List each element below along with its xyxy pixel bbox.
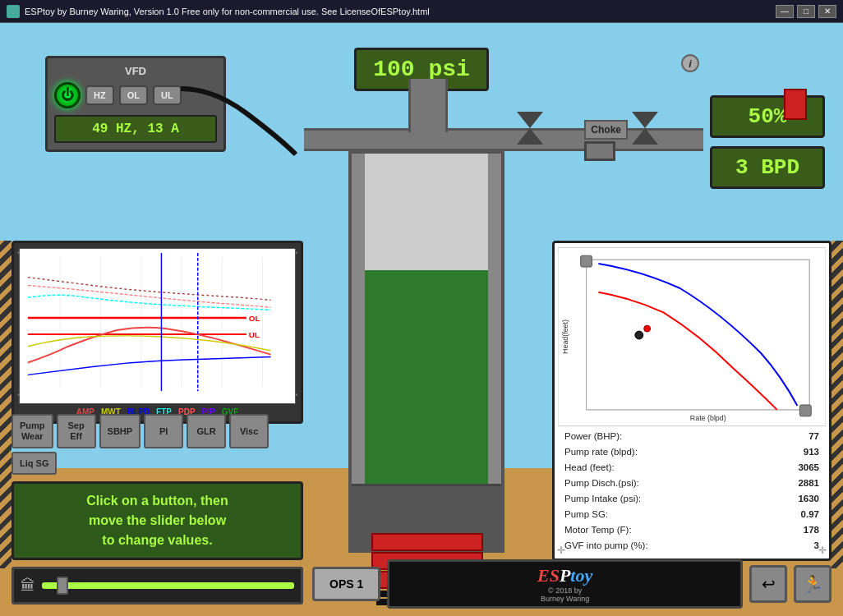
vfd-power-button[interactable]: ⏻ [54,82,81,108]
motor-temp-row: Motor Temp (F): 178 [564,522,819,538]
valve-right [632,112,658,145]
svg-rect-24 [799,405,811,416]
window-controls[interactable]: — □ ✕ [776,5,836,18]
pump-rate-row: Pump rate (blpd): 913 [564,444,819,460]
main-simulation-area: VFD ⏻ HZ OL UL 49 HZ, 13 A 100 psi i 50%… [0,23,843,616]
vfd-ol-button[interactable]: OL [119,85,148,105]
choke-label[interactable]: Choke [584,120,628,140]
close-button[interactable]: ✕ [818,5,836,18]
motor-temp-label: Motor Temp (F): [564,522,632,538]
svg-text:OL: OL [249,314,260,323]
run-button[interactable]: 🏃 [794,565,831,603]
gvf-row: GVF into pump (%): 3 [564,538,819,554]
corner-plus-br-r: ✛ [818,545,827,556]
vertical-pipe-center [408,79,448,132]
performance-graph: OL UL [19,248,296,404]
logo-subtitle: © 2018 by Burney Waring [398,586,732,603]
vfd-display: 49 HZ, 13 A [54,115,217,143]
motor-temp-value: 178 [804,522,819,538]
slider-thumb[interactable] [57,577,68,595]
head-row: Head (feet): 3065 [564,460,819,476]
slider-area: 🏛 [12,567,303,605]
info-icon[interactable]: i [681,54,699,72]
info-message-box: Click on a button, then move the slider … [12,481,303,560]
titlebar-left: ESPtoy by Burney Waring, Version 1.0 Fre… [7,5,430,18]
app-icon [7,5,20,18]
ops-button[interactable]: OPS 1 [312,567,380,601]
bottom-toolbar: OPS 1 ESPtoy © 2018 by Burney Waring ↩ 🏃 [312,563,831,605]
pump-sg-label: Pump SG: [564,507,608,522]
titlebar: ESPtoy by Burney Waring, Version 1.0 Fre… [0,0,843,23]
vfd-title: VFD [54,65,217,77]
svg-rect-16 [587,260,810,410]
well-casing [348,150,504,553]
pump-rate-label: Pump rate (blpd): [564,444,638,460]
well-outer [348,150,504,553]
maximize-button[interactable]: □ [797,5,815,18]
corner-plus-bl-r: ✛ [557,545,565,556]
info-text: Click on a button, then move the slider … [86,491,228,550]
main-slider[interactable] [42,582,294,589]
right-graph-panel: ✛ ✛ ✛ ✛ Head(feet) Rate (blpd) [552,241,831,561]
logo-es: ES [537,565,560,586]
pump-intake-row: Pump Intake (psi): 1630 [564,491,819,507]
pump-intake-label: Pump Intake (psi): [564,491,641,507]
valve-left [517,112,543,145]
titlebar-title: ESPtoy by Burney Waring, Version 1.0 Fre… [25,7,430,16]
vfd-controls: ⏻ HZ OL UL [54,82,217,108]
simulation-buttons: Pump Wear Sep Eff SBHP PI GLR Visc Liq S… [12,414,307,475]
pump-performance-chart: Head(feet) Rate (blpd) [558,246,826,427]
pump-disch-value: 2881 [798,476,819,491]
visc-button[interactable]: Visc [229,414,269,448]
choke-body [584,141,615,161]
pump-intake-value: 1630 [798,491,819,507]
right-stripe [831,241,843,568]
sbhp-button[interactable]: SBHP [99,414,141,448]
liq-sg-button[interactable]: Liq SG [12,452,57,475]
svg-text:UL: UL [249,330,260,339]
slider-icon: 🏛 [21,577,35,595]
sep-eff-button[interactable]: Sep Eff [57,414,96,448]
logo-p: P [560,565,570,586]
power-label: Power (BHP): [564,429,622,444]
gvf-label: GVF into pump (%): [564,538,648,554]
svg-text:Rate (blpd): Rate (blpd) [690,414,726,422]
percent-display: 50% [710,95,825,138]
head-label: Head (feet): [564,460,615,476]
vfd-hz-button[interactable]: HZ [85,85,114,105]
svg-rect-0 [20,249,295,403]
pi-button[interactable]: PI [144,414,183,448]
power-icon: ⏻ [61,88,74,103]
performance-data: Power (BHP): 77 Pump rate (blpd): 913 He… [558,427,826,555]
fluid-column [365,270,488,484]
power-value: 77 [808,429,819,444]
pump-disch-label: Pump Disch.(psi): [564,476,639,491]
motor-section-1 [371,533,483,551]
pump-disch-row: Pump Disch.(psi): 2881 [564,476,819,491]
minimize-button[interactable]: — [776,5,794,18]
left-stripe [0,241,12,568]
left-graph-panel: ✛ ✛ ✛ ✛ [12,241,303,424]
power-row: Power (BHP): 77 [564,429,819,444]
head-value: 3065 [798,460,819,476]
glr-button[interactable]: GLR [187,414,226,448]
logo-toy: toy [570,565,592,586]
bpd-display: 3 BPD [710,146,825,189]
undo-button[interactable]: ↩ [749,565,787,603]
pump-wear-button[interactable]: Pump Wear [12,414,53,448]
svg-text:Head(feet): Head(feet) [561,319,569,354]
pump-rate-value: 913 [804,444,819,460]
svg-point-21 [635,331,643,339]
vfd-ul-button[interactable]: UL [153,85,182,105]
logo-area: ESPtoy © 2018 by Burney Waring [387,559,743,609]
pump-sg-value: 0.97 [801,507,819,522]
right-displays: 50% 3 BPD [710,56,825,189]
svg-rect-23 [581,255,592,267]
logo-text: ESPtoy [398,565,732,586]
vfd-panel: VFD ⏻ HZ OL UL 49 HZ, 13 A [45,56,226,152]
choke-area: Choke [584,120,628,161]
svg-point-22 [644,325,651,332]
well-inner [365,154,488,484]
red-indicator-button[interactable] [784,89,807,120]
pump-sg-row: Pump SG: 0.97 [564,507,819,522]
